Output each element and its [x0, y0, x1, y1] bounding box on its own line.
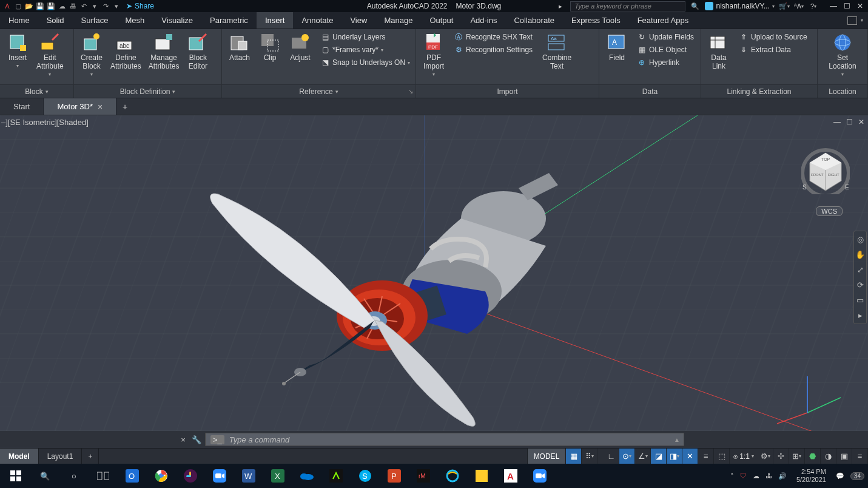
annotation-monitor-icon[interactable]: ⊞▾: [789, 449, 805, 464]
taskbar-search-icon[interactable]: 🔍: [33, 466, 57, 486]
cmd-history-icon[interactable]: ▲: [674, 436, 680, 443]
plot-icon[interactable]: 🖶: [68, 1, 78, 11]
clean-screen-icon[interactable]: ▣: [836, 449, 852, 464]
transparency-icon[interactable]: ⬚: [714, 449, 730, 464]
workspace-icon[interactable]: ✢: [773, 449, 789, 464]
user-menu[interactable]: nishant.naikVY... ▾: [705, 2, 775, 10]
3dosnap-toggle-icon[interactable]: ◨▾: [667, 449, 682, 464]
layout-tab-add[interactable]: +: [82, 449, 99, 464]
tab-manage[interactable]: Manage: [375, 12, 421, 29]
set-location-button[interactable]: Set Location ▾: [826, 32, 858, 78]
snap-toggle-icon[interactable]: ⠿▾: [582, 449, 597, 464]
tray-network-icon[interactable]: 🖧: [765, 472, 772, 480]
panel-title-reference[interactable]: Reference▾↘: [222, 84, 415, 98]
clip-button[interactable]: Clip: [256, 32, 284, 63]
tray-notifications-icon[interactable]: 💬: [836, 472, 844, 480]
cortana-icon[interactable]: ○: [62, 466, 86, 486]
tab-start[interactable]: Start: [0, 98, 44, 115]
orbit-icon[interactable]: ⟳: [857, 280, 864, 290]
otrack-toggle-icon[interactable]: ✕: [682, 449, 698, 464]
tab-visualize[interactable]: Visualize: [153, 12, 201, 29]
customize-status-icon[interactable]: ≡: [852, 449, 868, 464]
taskbar-zoom-icon[interactable]: [207, 466, 232, 486]
tab-output[interactable]: Output: [421, 12, 462, 29]
tab-motor-3d[interactable]: Motor 3D*×: [44, 98, 116, 115]
taskbar-skype-icon[interactable]: S: [353, 466, 377, 486]
cmd-customize-icon[interactable]: 🔧: [192, 435, 201, 444]
zoom-icon[interactable]: ⤢: [857, 265, 864, 274]
grid-toggle-icon[interactable]: ▦: [566, 449, 582, 464]
combine-text-button[interactable]: Aa Combine Text: [540, 32, 574, 72]
adjust-button[interactable]: Adjust: [286, 32, 314, 63]
polar-toggle-icon[interactable]: ⊙▾: [619, 449, 635, 464]
annotation-scale[interactable]: ⍟1:1▾: [730, 452, 758, 461]
pan-icon[interactable]: ✋: [855, 250, 865, 259]
saveas-icon[interactable]: 💾: [46, 1, 56, 11]
isolate-icon[interactable]: ◑: [821, 449, 836, 464]
search-caret-icon[interactable]: ▸: [556, 1, 565, 11]
chevron-down-icon[interactable]: ▾: [861, 18, 863, 23]
close-viewport-icon[interactable]: ✕: [857, 118, 866, 126]
minimize-viewport-icon[interactable]: —: [833, 118, 841, 126]
snap-underlays-button[interactable]: ⬔Snap to Underlays ON ▾: [319, 57, 411, 68]
undo-icon[interactable]: ↶: [79, 1, 89, 11]
redo-icon[interactable]: ↷: [101, 1, 110, 11]
field-button[interactable]: A Field: [603, 32, 631, 63]
maximize-button[interactable]: ☐: [843, 2, 851, 10]
tray-onedrive-icon[interactable]: ☁: [753, 472, 759, 480]
tray-notification-count[interactable]: 34: [850, 472, 864, 480]
osnap-toggle-icon[interactable]: ◪: [651, 449, 667, 464]
dialog-launcher-icon[interactable]: ↘: [408, 88, 413, 95]
app-menu-icon[interactable]: A: [2, 1, 12, 11]
taskbar-outlook-icon[interactable]: O: [120, 466, 144, 486]
hardware-accel-icon[interactable]: ⬣: [805, 449, 821, 464]
tab-mesh[interactable]: Mesh: [116, 12, 153, 29]
minimize-button[interactable]: —: [829, 2, 838, 10]
tab-express-tools[interactable]: Express Tools: [563, 12, 629, 29]
ortho-toggle-icon[interactable]: ∟: [604, 449, 619, 464]
help-icon[interactable]: ?▾: [809, 1, 818, 11]
cart-icon[interactable]: 🛒▾: [779, 1, 789, 11]
tab-annotate[interactable]: Annotate: [293, 12, 341, 29]
open-icon[interactable]: 📂: [24, 1, 34, 11]
modelspace-button[interactable]: MODEL: [527, 449, 567, 464]
maximize-viewport-icon[interactable]: ☐: [845, 118, 853, 126]
viewport-controls[interactable]: –][SE Isometric][Shaded]: [1, 118, 89, 127]
taskbar-app1-icon[interactable]: [324, 466, 348, 486]
insert-button[interactable]: Insert ▾: [4, 32, 32, 70]
nav-more-icon[interactable]: ▸: [858, 311, 863, 320]
taskbar-autocad-icon[interactable]: A: [499, 466, 523, 486]
taskbar-powerpoint-icon[interactable]: P: [382, 466, 406, 486]
new-icon[interactable]: ▢: [13, 1, 23, 11]
extract-data-button[interactable]: ⇓Extract Data: [738, 44, 809, 55]
wcs-label[interactable]: WCS: [816, 206, 843, 216]
isodraft-icon[interactable]: ∠▾: [635, 449, 651, 464]
search-input[interactable]: Type a keyword or phrase: [570, 1, 685, 12]
lineweight-icon[interactable]: ≡: [698, 449, 714, 464]
tab-featured-apps[interactable]: Featured Apps: [629, 12, 698, 29]
panel-toggle-icon[interactable]: [847, 16, 857, 25]
layout-tab-model[interactable]: Model: [0, 449, 39, 464]
tray-clock[interactable]: 2:54 PM 5/20/2021: [793, 468, 830, 484]
taskbar-slack-icon[interactable]: [178, 466, 203, 486]
taskbar-excel-icon[interactable]: X: [266, 466, 290, 486]
gear-icon[interactable]: ⚙▾: [758, 449, 773, 464]
search-icon[interactable]: 🔍: [690, 1, 700, 11]
taskbar-chrome-icon[interactable]: [149, 466, 173, 486]
web-icon[interactable]: ☁: [57, 1, 67, 11]
recognize-shx-button[interactable]: ⒶRecognize SHX Text: [453, 32, 534, 42]
task-view-icon[interactable]: [91, 466, 115, 486]
close-button[interactable]: ✕: [856, 2, 864, 10]
start-button[interactable]: [4, 466, 28, 486]
tray-volume-icon[interactable]: 🔊: [778, 472, 787, 480]
steering-wheel-icon[interactable]: ◎: [857, 235, 864, 244]
underlay-layers-button[interactable]: ▤Underlay Layers: [319, 32, 411, 42]
save-icon[interactable]: 💾: [35, 1, 45, 11]
tray-overflow-icon[interactable]: ˄: [730, 472, 734, 480]
share-button[interactable]: ➤Share: [126, 2, 154, 10]
hyperlink-button[interactable]: ⊕Hyperlink: [636, 57, 695, 68]
taskbar-onedrive-icon[interactable]: [295, 466, 319, 486]
panel-title-block-definition[interactable]: Block Definition▾: [74, 84, 221, 98]
tab-collaborate[interactable]: Collaborate: [505, 12, 563, 29]
tab-home[interactable]: Home: [0, 12, 38, 29]
